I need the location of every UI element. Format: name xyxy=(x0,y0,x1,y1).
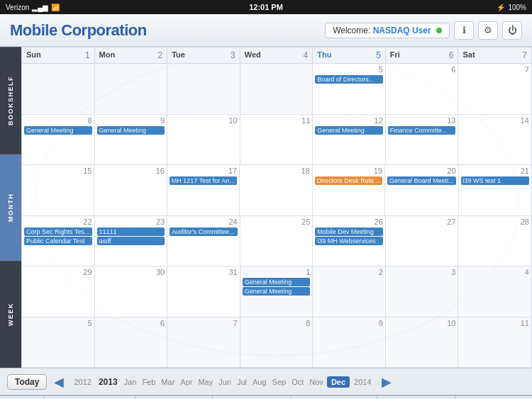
sidebar-tab-month[interactable]: MONTH xyxy=(0,154,21,261)
event-corp-sec[interactable]: Corp Sec Rights Tes... xyxy=(24,227,92,236)
app-title: Mobile Corporation xyxy=(10,21,147,40)
event-mh1217[interactable]: MH 1217 Test for An... xyxy=(170,176,237,185)
event-general-jan1b[interactable]: General Meeting xyxy=(243,287,311,296)
cal-cell-jan4: 4 xyxy=(458,266,531,317)
cal-cell xyxy=(167,64,240,114)
month-oct[interactable]: Oct xyxy=(289,378,306,386)
month-dec[interactable]: Dec xyxy=(327,376,350,388)
cal-cell-dec12: 12 General Meeting xyxy=(313,115,386,165)
event-finance-committee[interactable]: Finance Committe... xyxy=(388,126,456,135)
online-indicator xyxy=(436,28,442,33)
sidebar-tab-bookshelf[interactable]: BOOKSHELF xyxy=(0,47,21,154)
cal-cell-dec26: 26 Mobile Dev Meeting i39 MH Webservices xyxy=(313,216,386,266)
presenter-mode-tab[interactable]: 📺 PRESENTER MODE xyxy=(45,396,135,399)
cal-cell xyxy=(22,64,95,114)
month-mar[interactable]: Mar xyxy=(159,378,177,386)
col-header-tue: Tue 3 xyxy=(167,47,240,63)
cal-row-6: 5 6 7 8 9 10 11 xyxy=(22,317,531,368)
power-button[interactable]: ⏻ xyxy=(502,21,522,40)
cal-cell-dec6: 6 xyxy=(386,64,459,114)
cal-cell-dec14: 14 xyxy=(458,115,531,165)
cal-cell-dec5: 5 Board of Directors... xyxy=(313,64,386,114)
month-apr[interactable]: Apr xyxy=(178,378,194,386)
month-jun[interactable]: Jun xyxy=(216,378,233,386)
month-feb[interactable]: Feb xyxy=(140,378,157,386)
year-2013[interactable]: 2013 xyxy=(96,377,121,387)
month-jul[interactable]: Jul xyxy=(235,378,249,386)
cal-cell-dec23: 23 11111 asdf xyxy=(95,216,168,266)
settings-button[interactable]: ⚙ xyxy=(478,21,498,40)
event-general-jan1a[interactable]: General Meeting xyxy=(243,278,311,286)
event-board-directors[interactable]: Board of Directors... xyxy=(315,75,383,84)
event-general-meeting-12[interactable]: General Meeting xyxy=(315,126,383,135)
year-2012[interactable]: 2012 xyxy=(71,378,94,386)
cal-cell-dec11: 11 xyxy=(240,115,314,165)
cal-cell xyxy=(240,64,314,114)
cal-cell-jan3: 3 xyxy=(386,266,459,317)
change-boards-tab[interactable]: CHANGE BOARDS xyxy=(135,396,213,399)
event-general-board[interactable]: General Board Meeti... xyxy=(387,176,456,185)
carrier-label: Verizon xyxy=(6,4,29,11)
col-header-wed: Wed 4 xyxy=(240,47,314,63)
cal-row-3: 15 16 17 MH 1217 Test for An... 18 19 Di… xyxy=(22,165,531,216)
cal-cell-dec8: 8 General Meeting xyxy=(22,115,95,165)
cal-row-4: 22 Corp Sec Rights Tes... Public Calenda… xyxy=(22,216,531,267)
col-header-fri: Fri 6 xyxy=(386,47,459,63)
username-label: NASDAQ User xyxy=(373,26,431,35)
wifi-icon: 📶 xyxy=(51,4,60,11)
event-i39-ws[interactable]: i39 WS test 1 xyxy=(461,176,529,185)
month-nov[interactable]: Nov xyxy=(307,378,326,386)
email-tab[interactable]: EMAIL 1 xyxy=(455,396,532,399)
cal-cell-dec20: 20 General Board Meeti... xyxy=(385,165,459,215)
calendar-grid: 5 Board of Directors... 6 7 8 General Me… xyxy=(22,64,531,367)
event-public-calendar[interactable]: Public Calendar Test xyxy=(24,237,92,245)
cal-cell-dec10: 10 xyxy=(167,115,240,165)
event-11111[interactable]: 11111 xyxy=(97,227,165,236)
today-button[interactable]: Today xyxy=(7,374,47,390)
documents-tab[interactable]: DOCUMENTS 17 xyxy=(292,396,378,399)
sidebar: BOOKSHELF MONTH WEEK xyxy=(0,47,21,368)
cal-cell-jan2: 2 xyxy=(313,266,386,317)
month-sep[interactable]: Sep xyxy=(270,378,289,386)
cal-cell-dec31: 31 xyxy=(167,266,240,317)
month-aug[interactable]: Aug xyxy=(250,378,269,386)
event-general-meeting-9[interactable]: General Meeting xyxy=(97,126,165,135)
cal-cell-jan1: 1 General Meeting General Meeting xyxy=(240,266,314,317)
welcome-label: Welcome: xyxy=(333,26,370,35)
info-button[interactable]: ℹ xyxy=(454,21,474,40)
contacts-tab[interactable]: CONTACTS 30 xyxy=(213,396,292,399)
cal-cell-dec30: 30 xyxy=(95,266,168,317)
cal-cell-jan5: 5 xyxy=(22,317,95,368)
event-asdf[interactable]: asdf xyxy=(97,237,165,245)
month-may[interactable]: May xyxy=(196,378,215,386)
calendar: Sun 1 Mon 2 Tue 3 Wed 4 Thu 5 Fri 6 Sat … xyxy=(21,47,532,368)
year-2014[interactable]: 2014 xyxy=(351,378,374,386)
status-bar-time: 12:01 PM xyxy=(249,3,283,11)
event-i39-mh[interactable]: i39 MH Webservices xyxy=(315,237,383,245)
cal-cell-jan7: 7 xyxy=(167,317,240,368)
home-tab[interactable]: 🏠 xyxy=(0,396,45,399)
prev-arrow[interactable]: ◀ xyxy=(51,374,67,390)
bluetooth-icon: ⚡ xyxy=(497,4,505,11)
calendar-header: Sun 1 Mon 2 Tue 3 Wed 4 Thu 5 Fri 6 Sat … xyxy=(22,47,531,64)
col-header-sun: Sun 1 xyxy=(22,47,95,63)
event-general-meeting-8[interactable]: General Meeting xyxy=(24,126,92,135)
cal-cell-dec13: 13 Finance Committe... xyxy=(386,115,459,165)
year-labels: 2012 2013 Jan Feb Mar Apr May Jun Jul Au… xyxy=(71,376,374,388)
event-mobile-dev[interactable]: Mobile Dev Meeting xyxy=(315,227,383,236)
event-auditors[interactable]: Auditor's Committee... xyxy=(170,227,238,236)
battery-label: 100% xyxy=(508,4,526,11)
vote-tab[interactable]: VOTE 1 xyxy=(377,396,455,399)
month-jan[interactable]: Jan xyxy=(122,378,139,386)
nav-bar: Today ◀ 2012 2013 Jan Feb Mar Apr May Ju… xyxy=(0,368,532,395)
cal-cell-dec19: 19 Directors Desk Rele... xyxy=(313,165,385,215)
next-arrow[interactable]: ▶ xyxy=(379,374,394,390)
welcome-badge: Welcome: NASDAQ User ℹ ⚙ ⏻ xyxy=(325,21,522,40)
event-directors-desk[interactable]: Directors Desk Rele... xyxy=(315,176,382,185)
cal-cell-dec21: 21 i39 WS test 1 xyxy=(459,165,531,215)
welcome-box: Welcome: NASDAQ User xyxy=(325,23,450,38)
cal-cell-dec27: 27 xyxy=(386,216,459,266)
status-bar: Verizon ▂▄▆ 📶 12:01 PM ⚡ 100% xyxy=(0,0,532,14)
signal-icon: ▂▄▆ xyxy=(32,4,48,11)
sidebar-tab-week[interactable]: WEEK xyxy=(0,261,21,368)
